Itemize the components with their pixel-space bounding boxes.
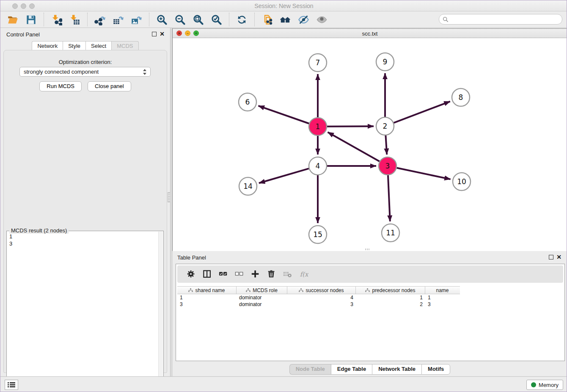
zoom-out-button[interactable] [171,12,189,27]
criterion-select[interactable]: strongly connected component [19,67,151,77]
delete-table-button[interactable] [280,268,296,281]
clear-checks-button[interactable] [231,268,248,281]
table-cell[interactable]: 2 [356,301,425,308]
table-cell[interactable]: 3 [287,301,356,308]
close-table-panel-icon[interactable]: ✕ [556,254,561,260]
table-tabs: Node TableEdge TableNetwork TableMotifs [172,364,567,375]
search-field[interactable] [451,16,562,22]
export-image-button[interactable] [127,12,146,27]
copy-style-button[interactable] [258,12,276,27]
splitter-handle[interactable] [168,192,171,202]
table-cell[interactable]: 1 [356,294,425,301]
column-label: predecessor nodes [372,287,415,293]
network-graph[interactable]: 7968124314101511 [173,38,567,251]
mcds-result-box: MCDS result (2 nodes) 13 [6,231,164,391]
table-header-row: shared nameMCDS rolesuccessor nodesprede… [177,286,460,294]
close-panel-button[interactable]: Close panel [88,81,131,91]
node-table[interactable]: shared nameMCDS rolesuccessor nodesprede… [177,286,460,308]
sort-hierarchy-icon [246,288,250,292]
mcds-panel: Optimization criterion: strongly connect… [3,50,167,373]
close-panel-icon[interactable]: ✕ [160,30,165,37]
export-network-button[interactable] [91,12,109,27]
table-cell[interactable]: 1 [177,294,237,301]
show-all-button[interactable] [313,12,331,27]
float-panel-icon[interactable] [152,32,157,36]
edge-2-3[interactable] [385,135,387,155]
mcds-result-list: 13 [9,233,12,247]
table-cell[interactable]: 3 [177,301,237,308]
delete-column-button[interactable] [264,268,280,281]
column-header-name[interactable]: name [425,287,460,294]
import-network-button[interactable] [47,12,66,27]
open-folder-icon [7,14,19,25]
criterion-selected-value: strongly connected component [24,69,99,75]
table-row[interactable]: 1dominator411 [177,294,460,301]
window-title: Session: New Session [0,3,567,9]
edge-3-1[interactable] [328,132,380,161]
export-table-button[interactable] [109,12,127,27]
search-input[interactable] [439,14,562,25]
edge-3-11[interactable] [388,175,390,221]
import-table-button[interactable] [66,12,84,27]
task-history-button[interactable] [5,380,18,390]
edge-3-10[interactable] [397,168,451,179]
mcds-result-scrollbar[interactable] [158,232,163,390]
add-column-button[interactable] [248,268,264,281]
network-canvas[interactable]: 7968124314101511 [173,38,567,251]
node-label-1: 1 [316,122,320,131]
run-mcds-button[interactable]: Run MCDS [39,81,82,91]
column-header-predecessor-nodes[interactable]: predecessor nodes [356,287,425,294]
save-button[interactable] [22,12,40,27]
tab-node-table[interactable]: Node Table [289,364,331,375]
edge-4-14[interactable] [259,168,309,183]
import-table-icon [69,14,80,25]
show-all-icon [316,14,328,25]
open-folder-button[interactable] [4,12,22,27]
hide-selected-button[interactable] [295,12,313,27]
function-fx-button[interactable]: f(x) [296,268,312,281]
edge-1-2[interactable] [327,126,374,127]
tab-network-table[interactable]: Network Table [372,364,421,375]
export-table-icon [113,14,124,25]
edge-1-6[interactable] [258,106,309,124]
control-panel-title: Control Panel [6,31,40,38]
import-network-icon [51,14,62,25]
column-header-MCDS-role[interactable]: MCDS role [237,287,287,294]
export-image-icon [131,14,142,25]
view-resize-handle[interactable] [365,248,370,250]
column-header-shared-name[interactable]: shared name [177,287,237,294]
table-cell[interactable]: 4 [287,294,356,301]
table-cell[interactable]: 3 [425,301,460,308]
zoom-selected-button[interactable] [207,12,226,27]
tab-motifs[interactable]: Motifs [421,364,450,375]
network-window-titlebar[interactable]: ✕ − + scc.txt [173,29,567,38]
tab-edge-table[interactable]: Edge Table [331,364,372,375]
control-panel: Control Panel ✕ NetworkStyleSelectMCDS O… [0,28,170,376]
mcds-result-line: 3 [9,240,12,247]
node-label-4: 4 [316,162,320,170]
refresh-button[interactable] [233,12,251,27]
edge-2-8[interactable] [394,102,450,123]
column-header-successor-nodes[interactable]: successor nodes [287,287,356,294]
table-row[interactable]: 3dominator323 [177,301,460,308]
float-table-panel-icon[interactable] [549,255,553,259]
table-cell[interactable]: dominator [237,301,287,308]
zoom-fit-button[interactable] [189,12,207,27]
clear-checks-icon [235,270,244,279]
table-panel-title: Table Panel [177,254,206,261]
home-views-icon [280,14,291,25]
node-label-3: 3 [385,162,390,170]
table-cell[interactable]: dominator [237,294,287,301]
home-views-button[interactable] [276,12,295,27]
mcds-result-title: MCDS result (2 nodes) [9,227,69,234]
table-cell[interactable]: 1 [425,294,460,301]
zoom-in-button[interactable] [153,12,171,27]
table-toolbar: f(x) [177,265,563,283]
memory-button[interactable]: Memory [526,380,563,390]
gear-button[interactable] [183,268,199,281]
copy-style-icon [261,14,273,25]
split-columns-button[interactable] [199,268,215,281]
list-icon [8,382,15,388]
search-icon [443,17,449,22]
select-all-checks-button[interactable] [215,268,231,281]
